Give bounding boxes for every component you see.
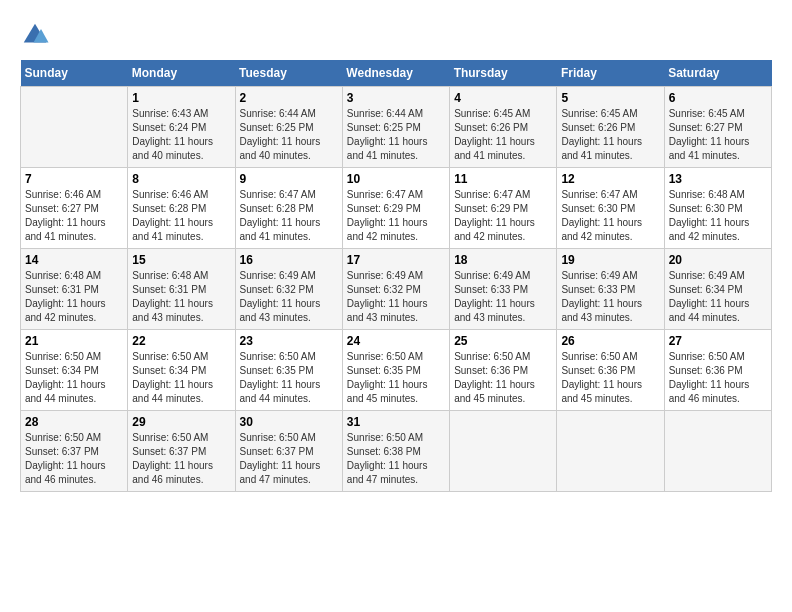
day-number: 31 (347, 415, 445, 429)
logo-icon (20, 20, 50, 50)
day-number: 15 (132, 253, 230, 267)
day-number: 2 (240, 91, 338, 105)
day-cell: 24Sunrise: 6:50 AMSunset: 6:35 PMDayligh… (342, 330, 449, 411)
day-cell: 9Sunrise: 6:47 AMSunset: 6:28 PMDaylight… (235, 168, 342, 249)
day-number: 14 (25, 253, 123, 267)
day-cell: 17Sunrise: 6:49 AMSunset: 6:32 PMDayligh… (342, 249, 449, 330)
day-cell (664, 411, 771, 492)
day-number: 25 (454, 334, 552, 348)
day-number: 29 (132, 415, 230, 429)
header-cell-sunday: Sunday (21, 60, 128, 87)
day-number: 8 (132, 172, 230, 186)
day-cell: 14Sunrise: 6:48 AMSunset: 6:31 PMDayligh… (21, 249, 128, 330)
day-cell: 1Sunrise: 6:43 AMSunset: 6:24 PMDaylight… (128, 87, 235, 168)
header-cell-thursday: Thursday (450, 60, 557, 87)
day-info: Sunrise: 6:50 AMSunset: 6:34 PMDaylight:… (25, 350, 123, 406)
day-cell: 13Sunrise: 6:48 AMSunset: 6:30 PMDayligh… (664, 168, 771, 249)
day-number: 9 (240, 172, 338, 186)
day-number: 11 (454, 172, 552, 186)
day-info: Sunrise: 6:50 AMSunset: 6:35 PMDaylight:… (347, 350, 445, 406)
day-cell (21, 87, 128, 168)
day-cell: 11Sunrise: 6:47 AMSunset: 6:29 PMDayligh… (450, 168, 557, 249)
day-number: 6 (669, 91, 767, 105)
day-number: 18 (454, 253, 552, 267)
day-info: Sunrise: 6:48 AMSunset: 6:31 PMDaylight:… (25, 269, 123, 325)
day-cell: 5Sunrise: 6:45 AMSunset: 6:26 PMDaylight… (557, 87, 664, 168)
calendar-header: SundayMondayTuesdayWednesdayThursdayFrid… (21, 60, 772, 87)
day-cell: 2Sunrise: 6:44 AMSunset: 6:25 PMDaylight… (235, 87, 342, 168)
day-info: Sunrise: 6:46 AMSunset: 6:27 PMDaylight:… (25, 188, 123, 244)
day-number: 12 (561, 172, 659, 186)
week-row-2: 7Sunrise: 6:46 AMSunset: 6:27 PMDaylight… (21, 168, 772, 249)
day-cell: 15Sunrise: 6:48 AMSunset: 6:31 PMDayligh… (128, 249, 235, 330)
day-cell: 10Sunrise: 6:47 AMSunset: 6:29 PMDayligh… (342, 168, 449, 249)
day-number: 23 (240, 334, 338, 348)
day-number: 3 (347, 91, 445, 105)
day-info: Sunrise: 6:50 AMSunset: 6:36 PMDaylight:… (669, 350, 767, 406)
day-info: Sunrise: 6:50 AMSunset: 6:37 PMDaylight:… (132, 431, 230, 487)
calendar-table: SundayMondayTuesdayWednesdayThursdayFrid… (20, 60, 772, 492)
day-cell: 4Sunrise: 6:45 AMSunset: 6:26 PMDaylight… (450, 87, 557, 168)
header-cell-tuesday: Tuesday (235, 60, 342, 87)
day-info: Sunrise: 6:49 AMSunset: 6:33 PMDaylight:… (454, 269, 552, 325)
day-info: Sunrise: 6:47 AMSunset: 6:28 PMDaylight:… (240, 188, 338, 244)
week-row-3: 14Sunrise: 6:48 AMSunset: 6:31 PMDayligh… (21, 249, 772, 330)
day-number: 1 (132, 91, 230, 105)
day-cell: 30Sunrise: 6:50 AMSunset: 6:37 PMDayligh… (235, 411, 342, 492)
day-number: 20 (669, 253, 767, 267)
day-info: Sunrise: 6:50 AMSunset: 6:38 PMDaylight:… (347, 431, 445, 487)
day-info: Sunrise: 6:45 AMSunset: 6:26 PMDaylight:… (561, 107, 659, 163)
day-cell: 6Sunrise: 6:45 AMSunset: 6:27 PMDaylight… (664, 87, 771, 168)
header-cell-friday: Friday (557, 60, 664, 87)
day-cell: 27Sunrise: 6:50 AMSunset: 6:36 PMDayligh… (664, 330, 771, 411)
day-cell (450, 411, 557, 492)
day-number: 30 (240, 415, 338, 429)
day-cell: 21Sunrise: 6:50 AMSunset: 6:34 PMDayligh… (21, 330, 128, 411)
day-number: 21 (25, 334, 123, 348)
day-number: 16 (240, 253, 338, 267)
logo (20, 20, 54, 50)
day-info: Sunrise: 6:46 AMSunset: 6:28 PMDaylight:… (132, 188, 230, 244)
day-number: 22 (132, 334, 230, 348)
day-cell: 8Sunrise: 6:46 AMSunset: 6:28 PMDaylight… (128, 168, 235, 249)
page-header (20, 20, 772, 50)
day-info: Sunrise: 6:47 AMSunset: 6:30 PMDaylight:… (561, 188, 659, 244)
day-info: Sunrise: 6:50 AMSunset: 6:34 PMDaylight:… (132, 350, 230, 406)
header-cell-monday: Monday (128, 60, 235, 87)
day-info: Sunrise: 6:49 AMSunset: 6:34 PMDaylight:… (669, 269, 767, 325)
day-cell: 28Sunrise: 6:50 AMSunset: 6:37 PMDayligh… (21, 411, 128, 492)
day-info: Sunrise: 6:44 AMSunset: 6:25 PMDaylight:… (240, 107, 338, 163)
day-info: Sunrise: 6:50 AMSunset: 6:36 PMDaylight:… (561, 350, 659, 406)
week-row-5: 28Sunrise: 6:50 AMSunset: 6:37 PMDayligh… (21, 411, 772, 492)
day-info: Sunrise: 6:47 AMSunset: 6:29 PMDaylight:… (454, 188, 552, 244)
day-info: Sunrise: 6:50 AMSunset: 6:37 PMDaylight:… (25, 431, 123, 487)
day-cell: 16Sunrise: 6:49 AMSunset: 6:32 PMDayligh… (235, 249, 342, 330)
day-cell: 29Sunrise: 6:50 AMSunset: 6:37 PMDayligh… (128, 411, 235, 492)
header-cell-saturday: Saturday (664, 60, 771, 87)
week-row-4: 21Sunrise: 6:50 AMSunset: 6:34 PMDayligh… (21, 330, 772, 411)
day-cell: 7Sunrise: 6:46 AMSunset: 6:27 PMDaylight… (21, 168, 128, 249)
day-info: Sunrise: 6:50 AMSunset: 6:37 PMDaylight:… (240, 431, 338, 487)
day-number: 19 (561, 253, 659, 267)
day-info: Sunrise: 6:49 AMSunset: 6:33 PMDaylight:… (561, 269, 659, 325)
day-cell: 31Sunrise: 6:50 AMSunset: 6:38 PMDayligh… (342, 411, 449, 492)
day-number: 7 (25, 172, 123, 186)
day-number: 4 (454, 91, 552, 105)
header-row: SundayMondayTuesdayWednesdayThursdayFrid… (21, 60, 772, 87)
day-number: 5 (561, 91, 659, 105)
day-info: Sunrise: 6:50 AMSunset: 6:35 PMDaylight:… (240, 350, 338, 406)
day-info: Sunrise: 6:45 AMSunset: 6:27 PMDaylight:… (669, 107, 767, 163)
day-cell: 3Sunrise: 6:44 AMSunset: 6:25 PMDaylight… (342, 87, 449, 168)
day-number: 17 (347, 253, 445, 267)
day-number: 26 (561, 334, 659, 348)
day-cell: 25Sunrise: 6:50 AMSunset: 6:36 PMDayligh… (450, 330, 557, 411)
day-info: Sunrise: 6:43 AMSunset: 6:24 PMDaylight:… (132, 107, 230, 163)
day-number: 27 (669, 334, 767, 348)
week-row-1: 1Sunrise: 6:43 AMSunset: 6:24 PMDaylight… (21, 87, 772, 168)
day-cell: 12Sunrise: 6:47 AMSunset: 6:30 PMDayligh… (557, 168, 664, 249)
day-info: Sunrise: 6:44 AMSunset: 6:25 PMDaylight:… (347, 107, 445, 163)
day-cell: 26Sunrise: 6:50 AMSunset: 6:36 PMDayligh… (557, 330, 664, 411)
calendar-body: 1Sunrise: 6:43 AMSunset: 6:24 PMDaylight… (21, 87, 772, 492)
day-info: Sunrise: 6:50 AMSunset: 6:36 PMDaylight:… (454, 350, 552, 406)
day-info: Sunrise: 6:49 AMSunset: 6:32 PMDaylight:… (240, 269, 338, 325)
